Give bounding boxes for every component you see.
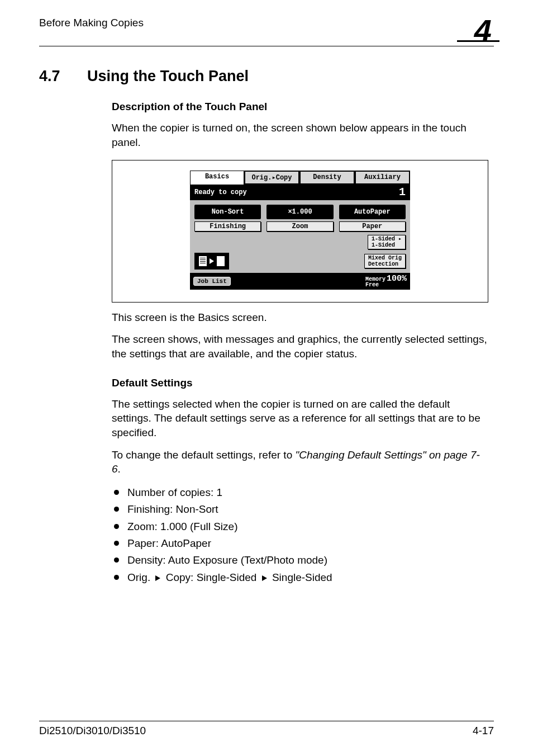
touch-panel-footer: Job List Memory Free 100% <box>190 273 410 290</box>
list-item: Zoom: 1.000 (Full Size) <box>112 518 488 535</box>
list-item: Finishing: Non-Sort <box>112 501 488 518</box>
free-label: Free <box>365 282 379 288</box>
section-heading: 4.7 Using the Touch Panel <box>39 68 494 85</box>
arrow-right-icon <box>210 258 214 264</box>
list-item: Paper: AutoPaper <box>112 535 488 552</box>
section-title: Using the Touch Panel <box>87 68 249 85</box>
status-bar: Ready to copy 1 <box>190 185 410 200</box>
text-run: Single-Sided <box>269 571 332 583</box>
paragraph: This screen is the Basics screen. <box>112 310 488 325</box>
subsection-defaults-title: Default Settings <box>112 377 488 389</box>
text-run: . <box>118 463 121 475</box>
paper-label-button[interactable]: Paper <box>339 221 406 231</box>
triangle-right-icon <box>155 575 160 581</box>
subsection-description-title: Description of the Touch Panel <box>112 101 488 113</box>
finishing-label-button[interactable]: Finishing <box>194 221 261 231</box>
touch-panel-figure: Basics Orig.▸Copy Density Auxiliary Read… <box>112 160 488 303</box>
paragraph: The screen shows, with messages and grap… <box>112 332 488 361</box>
page-footer: Di2510/Di3010/Di3510 4-17 <box>39 721 494 737</box>
list-item: Orig. Copy: Single-Sided Single-Sided <box>112 569 488 586</box>
list-item: Density: Auto Exposure (Text/Photo mode) <box>112 552 488 569</box>
memory-value: 100% <box>387 275 407 283</box>
footer-model: Di2510/Di3010/Di3510 <box>39 725 146 737</box>
document-solid-icon <box>198 256 207 267</box>
tab-density[interactable]: Density <box>299 171 355 185</box>
sided-button[interactable]: 1-Sided ▸ 1-Sided <box>368 235 406 249</box>
running-title: Before Making Copies <box>39 17 144 29</box>
nonsort-button[interactable]: Non-Sort <box>194 205 261 219</box>
copy-count: 1 <box>399 187 406 198</box>
autopaper-button[interactable]: AutoPaper <box>339 205 406 219</box>
document-outline-icon <box>216 256 225 267</box>
orig-copy-icon-button[interactable] <box>194 253 229 270</box>
touch-panel: Basics Orig.▸Copy Density Auxiliary Read… <box>190 171 410 290</box>
tab-auxiliary[interactable]: Auxiliary <box>355 171 410 185</box>
chapter-number-underline <box>457 40 499 42</box>
zoom-label-button[interactable]: Zoom <box>266 221 333 231</box>
footer-page-number: 4-17 <box>473 725 494 737</box>
default-settings-list: Number of copies: 1 Finishing: Non-Sort … <box>112 484 488 586</box>
triangle-right-icon <box>262 575 267 581</box>
zoom-value-button[interactable]: ×1.000 <box>266 205 333 219</box>
text-run: Copy: Single-Sided <box>163 571 259 583</box>
memory-free-indicator: Memory Free 100% <box>365 275 407 288</box>
list-item: Number of copies: 1 <box>112 484 488 501</box>
paragraph: When the copier is turned on, the screen… <box>112 121 488 149</box>
tab-basics[interactable]: Basics <box>190 171 244 185</box>
paragraph: The settings selected when the copier is… <box>112 397 488 440</box>
text-run: Orig. <box>127 571 153 583</box>
text-run: To change the default settings, refer to <box>112 449 295 461</box>
job-list-button[interactable]: Job List <box>193 277 231 286</box>
section-number: 4.7 <box>39 68 87 85</box>
paragraph: To change the default settings, refer to… <box>112 448 488 476</box>
running-header: Before Making Copies 4 <box>39 17 494 46</box>
tab-orig-copy[interactable]: Orig.▸Copy <box>244 171 299 185</box>
status-message: Ready to copy <box>194 188 247 196</box>
mixed-orig-button[interactable]: Mixed Orig Detection <box>364 254 406 268</box>
